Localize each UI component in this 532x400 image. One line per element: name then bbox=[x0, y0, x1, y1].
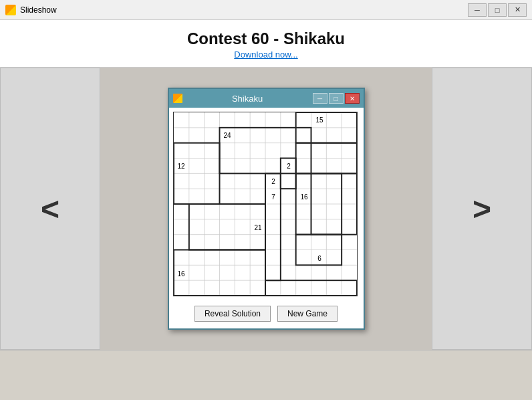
app-title: Slideshow bbox=[20, 5, 468, 15]
right-nav-panel[interactable]: > bbox=[432, 68, 532, 350]
shikaku-titlebar: Shikaku ─ □ ✕ bbox=[169, 89, 364, 108]
new-game-button[interactable]: New Game bbox=[277, 306, 338, 322]
center-panel: Shikaku ─ □ ✕ bbox=[100, 68, 432, 350]
content-area: < Shikaku ─ □ ✕ bbox=[0, 68, 532, 350]
shikaku-buttons: Reveal Solution New Game bbox=[169, 300, 364, 328]
svg-rect-28 bbox=[265, 173, 281, 280]
status-bar bbox=[0, 350, 532, 365]
shikaku-minimize-btn[interactable]: ─ bbox=[313, 93, 327, 104]
left-arrow-icon: < bbox=[41, 191, 59, 227]
grid-lines bbox=[174, 112, 357, 296]
shikaku-app-icon bbox=[173, 94, 182, 103]
reveal-solution-button[interactable]: Reveal Solution bbox=[194, 306, 271, 322]
svg-rect-29 bbox=[188, 204, 265, 250]
page-title: Contest 60 - Shikaku bbox=[0, 29, 532, 48]
app-titlebar: Slideshow ─ □ ✕ bbox=[0, 0, 532, 20]
close-button[interactable]: ✕ bbox=[508, 3, 527, 17]
minimize-button[interactable]: ─ bbox=[468, 3, 487, 17]
right-arrow-icon: > bbox=[473, 191, 491, 227]
left-nav-panel[interactable]: < bbox=[0, 68, 100, 350]
maximize-button[interactable]: □ bbox=[488, 3, 507, 17]
shikaku-close-btn[interactable]: ✕ bbox=[345, 93, 360, 104]
shikaku-window-controls: ─ □ ✕ bbox=[313, 93, 360, 104]
main-header: Contest 60 - Shikaku Download now... bbox=[0, 20, 532, 68]
app-icon bbox=[5, 5, 16, 15]
shikaku-grid[interactable]: 24 15 12 2 2 7 16 21 6 bbox=[173, 112, 358, 296]
shikaku-body: 24 15 12 2 2 7 16 21 6 bbox=[169, 108, 364, 300]
download-link[interactable]: Download now... bbox=[234, 49, 297, 60]
window-controls: ─ □ ✕ bbox=[468, 3, 527, 17]
shikaku-title: Shikaku bbox=[185, 94, 310, 104]
shikaku-maximize-btn[interactable]: □ bbox=[329, 93, 344, 104]
shikaku-window: Shikaku ─ □ ✕ bbox=[168, 88, 365, 330]
